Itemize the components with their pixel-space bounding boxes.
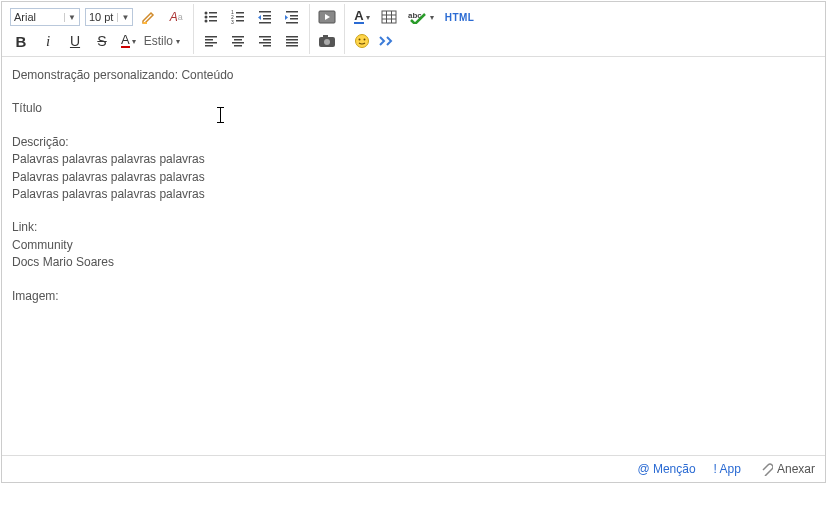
svg-point-0 (205, 12, 208, 15)
svg-point-46 (356, 35, 369, 48)
content-line: Palavras palavras palavras palavras (12, 186, 815, 203)
content-line: Docs Mario Soares (12, 254, 815, 271)
align-center-button[interactable] (227, 31, 249, 51)
svg-rect-30 (259, 42, 271, 44)
svg-rect-27 (234, 45, 242, 47)
svg-rect-14 (263, 18, 271, 20)
style-dropdown[interactable]: Estilo ▾ (144, 31, 180, 51)
svg-rect-35 (286, 45, 298, 47)
content-line: Palavras palavras palavras palavras (12, 169, 815, 186)
outdent-button[interactable] (254, 7, 276, 27)
content-line: Título (12, 100, 815, 117)
svg-rect-29 (263, 39, 271, 41)
svg-point-2 (205, 16, 208, 19)
editor-footer: @ Menção ! App Anexar (2, 455, 825, 482)
table-button[interactable] (378, 7, 400, 27)
content-line: Palavras palavras palavras palavras (12, 151, 815, 168)
svg-text:3: 3 (231, 19, 234, 25)
indent-button[interactable] (281, 7, 303, 27)
svg-rect-38 (323, 35, 328, 38)
underline-button[interactable]: U (64, 31, 86, 51)
svg-rect-32 (286, 36, 298, 38)
svg-rect-15 (259, 22, 271, 24)
paperclip-icon (759, 462, 773, 476)
svg-point-48 (364, 39, 366, 41)
number-list-button[interactable]: 123 (227, 7, 249, 27)
svg-point-4 (205, 20, 208, 23)
svg-rect-7 (236, 12, 244, 14)
svg-rect-3 (209, 16, 217, 18)
svg-rect-12 (259, 11, 271, 13)
svg-rect-22 (205, 42, 217, 44)
svg-rect-21 (205, 39, 213, 41)
svg-rect-33 (286, 39, 298, 41)
toolbar-group-insert: A ▾ abc ▾ HTML (345, 4, 483, 54)
font-size-dropdown[interactable]: 10 pt ▼ (85, 8, 133, 26)
chevron-down-icon: ▾ (176, 37, 180, 46)
svg-rect-17 (290, 15, 298, 17)
bold-button[interactable]: B (10, 31, 32, 51)
svg-point-47 (359, 39, 361, 41)
app-button[interactable]: ! App (714, 462, 741, 476)
font-size-value: 10 pt (89, 11, 117, 23)
svg-rect-24 (232, 36, 244, 38)
align-justify-button[interactable] (281, 31, 303, 51)
toolbar-group-font: Arial ▼ 10 pt ▼ Aa B (4, 4, 194, 54)
svg-rect-9 (236, 16, 244, 18)
spellcheck-button[interactable]: abc ▾ (405, 7, 437, 27)
svg-rect-40 (382, 11, 396, 23)
highlight-button[interactable] (138, 7, 160, 27)
rich-text-editor: Arial ▼ 10 pt ▼ Aa B (1, 1, 826, 483)
svg-rect-26 (232, 42, 244, 44)
svg-rect-34 (286, 42, 298, 44)
svg-rect-1 (209, 12, 217, 14)
chevron-down-icon: ▼ (64, 13, 76, 22)
style-label: Estilo (144, 34, 173, 48)
align-right-button[interactable] (254, 31, 276, 51)
strikethrough-button[interactable]: S (91, 31, 113, 51)
clear-format-button[interactable]: Aa (165, 7, 187, 27)
mention-label: @ Menção (637, 462, 695, 476)
emoji-button[interactable] (351, 31, 373, 51)
content-line: Demonstração personalizando: Conteúdo (12, 67, 815, 84)
chevron-down-icon: ▼ (117, 13, 129, 22)
svg-rect-25 (234, 39, 242, 41)
svg-rect-18 (290, 18, 298, 20)
svg-point-39 (324, 39, 330, 45)
align-left-button[interactable] (200, 31, 222, 51)
content-line: Imagem: (12, 288, 815, 305)
html-source-button[interactable]: HTML (442, 7, 478, 27)
font-family-dropdown[interactable]: Arial ▼ (10, 8, 80, 26)
svg-rect-13 (263, 15, 271, 17)
svg-rect-20 (205, 36, 217, 38)
content-line: Community (12, 237, 815, 254)
svg-rect-31 (263, 45, 271, 47)
text-bgcolor-button[interactable]: A ▾ (351, 7, 372, 27)
attach-label: Anexar (777, 462, 815, 476)
font-color-button[interactable]: A ▾ (118, 31, 139, 51)
video-button[interactable] (316, 7, 338, 27)
mention-button[interactable]: @ Menção (637, 462, 695, 476)
svg-rect-19 (286, 22, 298, 24)
bullet-list-button[interactable] (200, 7, 222, 27)
svg-rect-28 (259, 36, 271, 38)
italic-button[interactable]: i (37, 31, 59, 51)
toolbar-group-media (310, 4, 345, 54)
toolbar-group-paragraph: 123 (194, 4, 310, 54)
svg-rect-11 (236, 20, 244, 22)
toolbar: Arial ▼ 10 pt ▼ Aa B (2, 2, 825, 57)
svg-rect-5 (209, 20, 217, 22)
attach-button[interactable]: Anexar (759, 462, 815, 476)
app-label: ! App (714, 462, 741, 476)
image-button[interactable] (316, 31, 338, 51)
content-line: Link: (12, 219, 815, 236)
svg-rect-16 (286, 11, 298, 13)
content-line: Descrição: (12, 134, 815, 151)
editor-content-area[interactable]: Demonstração personalizando: Conteúdo Tí… (2, 57, 825, 455)
more-button[interactable] (378, 31, 400, 51)
svg-rect-23 (205, 45, 213, 47)
font-family-value: Arial (14, 11, 64, 23)
